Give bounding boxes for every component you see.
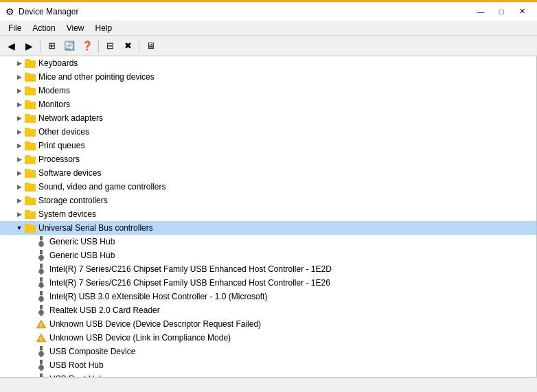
expand-processors[interactable]: ▶ bbox=[14, 154, 25, 165]
properties-button[interactable]: ⊞ bbox=[43, 38, 60, 54]
monitor-button[interactable]: 🖥 bbox=[142, 38, 159, 54]
tree-item-modems[interactable]: ▶ Modems bbox=[0, 84, 536, 97]
tree-item-keyboards[interactable]: ▶ Keyboards bbox=[0, 56, 536, 70]
svg-rect-7 bbox=[25, 100, 30, 102]
expand-software[interactable]: ▶ bbox=[14, 168, 25, 178]
svg-rect-13 bbox=[25, 141, 30, 143]
usb-device-icon-3 bbox=[36, 264, 47, 275]
svg-rect-24 bbox=[25, 225, 36, 233]
svg-rect-4 bbox=[25, 88, 36, 95]
svg-rect-30 bbox=[40, 250, 43, 254]
tree-item-monitors[interactable]: ▶ Monitors bbox=[0, 97, 536, 111]
tree-item-generic-hub-2[interactable]: Generic USB Hub bbox=[0, 249, 536, 262]
help-button[interactable]: ❓ bbox=[79, 38, 95, 54]
svg-rect-46 bbox=[40, 305, 43, 309]
back-button[interactable]: ◀ bbox=[3, 38, 19, 54]
tree-item-unknown-1[interactable]: ! Unknown USB Device (Device Descriptor … bbox=[0, 317, 536, 331]
minimize-button[interactable]: — bbox=[471, 5, 490, 19]
tree-item-sound[interactable]: ▶ Sound, video and game controllers bbox=[0, 180, 536, 194]
tree-item-network[interactable]: ▶ Network adapters bbox=[0, 111, 536, 125]
maximize-button[interactable]: □ bbox=[492, 5, 511, 19]
toolbar-separator-3 bbox=[139, 39, 139, 53]
tree-item-root-hub-1[interactable]: USB Root Hub bbox=[0, 358, 536, 372]
svg-rect-44 bbox=[38, 298, 44, 301]
menu-action[interactable]: Action bbox=[27, 22, 60, 34]
title-bar-icon: ⚙ bbox=[5, 6, 14, 17]
tree-item-intel-usb30[interactable]: Intel(R) USB 3.0 eXtensible Host Control… bbox=[0, 290, 536, 303]
label-network: Network adapters bbox=[38, 113, 536, 123]
usb-device-icon-9 bbox=[36, 373, 47, 377]
svg-rect-21 bbox=[25, 196, 30, 198]
update-driver-button[interactable]: 🔄 bbox=[61, 38, 78, 54]
label-intel-1e26: Intel(R) 7 Series/C216 Chipset Family US… bbox=[49, 278, 536, 288]
menu-help[interactable]: Help bbox=[90, 22, 118, 34]
svg-rect-11 bbox=[25, 128, 30, 130]
tree-item-mice[interactable]: ▶ Mice and other pointing devices bbox=[0, 70, 536, 84]
expand-system[interactable]: ▶ bbox=[14, 209, 25, 220]
tree-item-root-hub-2[interactable]: USB Root Hub bbox=[0, 372, 536, 377]
label-generic-hub-2: Generic USB Hub bbox=[49, 251, 536, 260]
uninstall-button[interactable]: ✖ bbox=[119, 38, 136, 54]
expand-mice[interactable]: ▶ bbox=[14, 71, 25, 82]
title-bar: ⚙ Device Manager — □ ✕ bbox=[0, 0, 537, 21]
label-print: Print queues bbox=[38, 141, 536, 150]
tree-item-unknown-2[interactable]: ! Unknown USB Device (Link in Compliance… bbox=[0, 331, 536, 345]
tree-item-intel-1e26[interactable]: Intel(R) 7 Series/C216 Chipset Family US… bbox=[0, 276, 536, 290]
svg-marker-35 bbox=[38, 268, 44, 270]
tree-item-composite[interactable]: USB Composite Device bbox=[0, 345, 536, 358]
svg-rect-40 bbox=[38, 284, 44, 287]
tree-item-storage[interactable]: ▶ Storage controllers bbox=[0, 194, 536, 207]
svg-rect-42 bbox=[40, 291, 43, 295]
disable-button[interactable]: ⊟ bbox=[102, 38, 118, 54]
svg-rect-17 bbox=[25, 169, 30, 171]
svg-rect-48 bbox=[38, 312, 44, 314]
folder-icon-mice bbox=[25, 71, 36, 82]
expand-usb[interactable]: ▼ bbox=[14, 222, 25, 233]
svg-rect-58 bbox=[40, 360, 43, 364]
svg-rect-19 bbox=[25, 183, 30, 185]
tree-item-usb[interactable]: ▼ Universal Serial Bus controllers bbox=[0, 221, 536, 235]
tree-item-intel-1e2d[interactable]: Intel(R) 7 Series/C216 Chipset Family US… bbox=[0, 262, 536, 276]
label-intel-1e2d: Intel(R) 7 Series/C216 Chipset Family US… bbox=[49, 264, 536, 274]
forward-button[interactable]: ▶ bbox=[21, 38, 37, 54]
expand-print[interactable]: ▶ bbox=[14, 140, 25, 151]
expand-network[interactable]: ▶ bbox=[14, 113, 25, 124]
expand-keyboards[interactable]: ▶ bbox=[14, 58, 25, 69]
usb-device-icon-2 bbox=[36, 250, 47, 261]
label-monitors: Monitors bbox=[38, 100, 536, 109]
usb-device-icon-4 bbox=[36, 277, 47, 288]
close-button[interactable]: ✕ bbox=[512, 5, 532, 19]
tree-item-system[interactable]: ▶ System devices bbox=[0, 207, 536, 221]
expand-sound[interactable]: ▶ bbox=[14, 181, 25, 192]
folder-icon-network bbox=[25, 113, 36, 124]
svg-rect-14 bbox=[25, 157, 36, 164]
svg-rect-37 bbox=[40, 273, 43, 275]
svg-marker-39 bbox=[38, 281, 44, 284]
label-keyboards: Keyboards bbox=[38, 58, 536, 68]
label-usb: Universal Serial Bus controllers bbox=[38, 223, 536, 233]
tree-item-other[interactable]: ▶ Other devices bbox=[0, 125, 536, 139]
warn-icon-2: ! bbox=[36, 332, 47, 343]
label-intel-usb30: Intel(R) USB 3.0 eXtensible Host Control… bbox=[49, 292, 536, 301]
tree-item-processors[interactable]: ▶ Processors bbox=[0, 152, 536, 166]
menu-file[interactable]: File bbox=[3, 22, 27, 34]
expand-modems[interactable]: ▶ bbox=[14, 85, 25, 96]
svg-rect-61 bbox=[40, 369, 43, 371]
tree-item-realtek[interactable]: Realtek USB 2.0 Card Reader bbox=[0, 303, 536, 317]
svg-rect-57 bbox=[40, 356, 43, 357]
tree-item-software[interactable]: ▶ Software devices bbox=[0, 166, 536, 180]
expand-storage[interactable]: ▶ bbox=[14, 195, 25, 206]
title-bar-controls: — □ ✕ bbox=[471, 5, 532, 19]
svg-rect-29 bbox=[40, 246, 43, 247]
tree-item-generic-hub-1[interactable]: Generic USB Hub bbox=[0, 235, 536, 249]
label-storage: Storage controllers bbox=[38, 196, 536, 205]
svg-marker-43 bbox=[38, 295, 44, 298]
tree-item-print[interactable]: ▶ Print queues bbox=[0, 139, 536, 152]
menu-view[interactable]: View bbox=[61, 22, 90, 34]
expand-other[interactable]: ▶ bbox=[14, 126, 25, 137]
toolbar-separator-2 bbox=[98, 39, 99, 53]
svg-rect-25 bbox=[25, 224, 30, 226]
folder-icon-system bbox=[25, 209, 36, 220]
expand-monitors[interactable]: ▶ bbox=[14, 99, 25, 110]
tree-panel[interactable]: ▶ Keyboards ▶ Mice and other pointing de… bbox=[0, 56, 537, 377]
